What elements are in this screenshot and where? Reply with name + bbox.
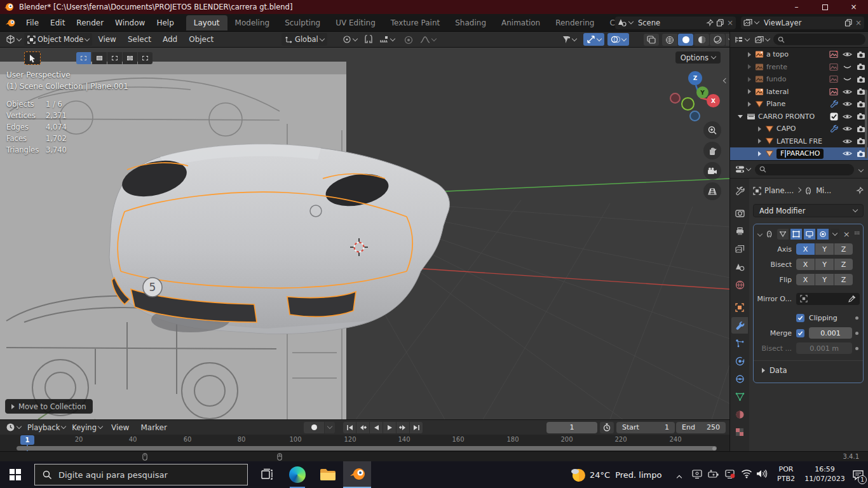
toggle-ortho-button[interactable] [703,182,721,200]
maximize-button[interactable] [811,0,839,14]
timeline-editor-type-button[interactable] [3,421,24,434]
breadcrumb-modifier-label[interactable]: Mi... [816,186,831,195]
properties-search-input[interactable] [755,164,854,175]
workspace-tab-texture-paint[interactable]: Texture Paint [383,15,447,30]
scrollbar-end-knob[interactable] [712,447,716,451]
flip-y-button[interactable]: Y [815,274,834,285]
current-frame-field[interactable]: 1 [546,422,597,433]
disable-render-camera-icon[interactable] [857,100,865,108]
tab-constraints[interactable] [731,370,748,387]
shading-solid-button[interactable] [678,34,693,46]
disclosure-icon-expanded[interactable] [738,115,743,118]
outliner-search-input[interactable] [773,34,865,45]
close-button[interactable]: × [839,0,868,14]
tab-scene[interactable] [731,259,748,275]
bisect-distance-field[interactable]: 0.001 m [796,342,852,354]
disable-render-camera-icon[interactable] [857,137,865,145]
options-button[interactable]: Options [675,51,721,64]
cast-tray-icon[interactable] [691,469,703,479]
scene-dropdown-chevron[interactable] [628,19,634,24]
hide-eye-icon[interactable] [843,150,852,157]
disable-render-camera-icon[interactable] [857,76,865,83]
flip-x-button[interactable]: X [796,274,815,285]
disclosure-icon[interactable] [748,52,751,57]
show-overlays-toggle[interactable] [607,33,629,46]
outliner-row-lateral[interactable]: lateral [730,86,868,98]
select-mode-new[interactable] [76,52,91,64]
disclosure-icon[interactable] [748,64,751,69]
proportional-falloff-button[interactable] [417,33,439,46]
axis-y-button[interactable]: Y [815,243,834,255]
merge-checkbox[interactable] [796,329,804,337]
start-button[interactable] [0,461,31,488]
rename-input[interactable]: F PARACHO [776,149,824,159]
outliner-row-carro-pronto[interactable]: CARRO PRONTO [730,111,868,123]
axis-x-button[interactable]: X [796,243,815,255]
hide-eye-icon[interactable] [843,100,852,107]
menu-file[interactable]: File [20,16,44,30]
shading-wireframe-button[interactable] [662,34,677,46]
hide-eye-icon[interactable] [843,51,852,58]
disable-render-camera-icon[interactable] [857,150,865,158]
workspace-tab-layout[interactable]: Layout [186,15,227,30]
axis-z-button[interactable]: Z [834,243,853,255]
volume-tray-icon[interactable] [756,469,768,478]
copy-icon[interactable] [844,18,853,27]
viewlayer-dropdown-chevron[interactable] [754,19,759,24]
next-keyframe-button[interactable] [397,422,409,433]
snap-magnet-icon[interactable] [363,35,374,44]
bisect-z-button[interactable]: Z [834,259,853,270]
sync-device-tray-icon[interactable] [724,469,736,479]
tab-texture[interactable] [731,424,748,440]
task-view-button[interactable] [253,461,281,488]
blender-menu-icon[interactable] [5,18,17,27]
merge-value-field[interactable]: 0.001 [809,327,852,339]
pin-icon[interactable] [856,187,864,194]
outliner-row-fundo[interactable]: fundo [730,73,868,86]
playhead[interactable]: 1 [20,435,34,445]
modifier-extras-dropdown[interactable] [831,229,839,240]
workspace-tab-sculpting[interactable]: Sculpting [277,15,328,30]
keyframe-dot[interactable] [855,316,858,320]
last-operator-panel[interactable]: Move to Collection [5,399,93,414]
timeline-scrollbar[interactable] [17,446,717,451]
menu-view[interactable]: View [92,32,121,46]
gizmo-axis-y[interactable]: Y [696,86,709,98]
workspace-tab-shading[interactable]: Shading [447,15,494,30]
frame-end-field[interactable]: End 250 [676,422,726,433]
wifi-tray-icon[interactable] [741,469,752,478]
mode-selector[interactable]: Object Mode [24,33,92,46]
active-tool-select-box[interactable] [24,51,41,65]
toggle-realtime[interactable] [804,229,815,240]
xray-toggle[interactable] [644,34,659,46]
menu-edit[interactable]: Edit [44,16,71,30]
auto-key-record-button[interactable] [304,422,324,433]
tab-view-layer[interactable] [731,241,748,257]
tab-tool[interactable] [731,182,748,199]
frame-start-field[interactable]: Start 1 [616,422,675,433]
explorer-taskbar-button[interactable] [314,461,342,488]
disclosure-icon[interactable] [758,139,761,144]
select-mode-subtract[interactable] [107,52,122,64]
menu-help[interactable]: Help [151,16,179,30]
battery-tray-icon[interactable] [708,469,719,479]
play-button[interactable] [383,422,396,433]
blender-taskbar-button[interactable] [343,461,371,488]
pan-button[interactable] [703,142,721,159]
delete-modifier-button[interactable]: × [843,229,850,239]
properties-editor-type-button[interactable] [733,163,752,176]
taskbar-search-input[interactable]: Digite aqui para pesquisar [34,464,248,485]
tray-expand-chevron[interactable] [677,475,682,480]
viewlayer-remove-icon[interactable]: × [855,18,862,27]
tab-object[interactable] [731,299,748,316]
outliner-row-plane[interactable]: Plane [730,98,868,111]
disclosure-icon[interactable] [748,77,751,82]
select-mode-invert[interactable] [123,52,137,64]
outliner-editor-type-button[interactable] [733,33,751,46]
outliner-display-mode-button[interactable] [753,33,771,46]
workspace-tab-uv-editing[interactable]: UV Editing [328,15,383,30]
menu-render[interactable]: Render [71,16,109,30]
gizmo-axis-z-neg[interactable] [689,111,700,121]
scene-unlink-icon[interactable]: × [727,18,733,27]
drag-handle-icon[interactable] [854,231,860,237]
